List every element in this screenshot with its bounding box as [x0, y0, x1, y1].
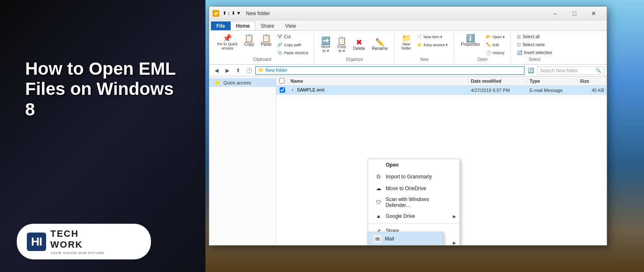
open-buttons: ℹ️ Properties 📂 Open ▾ ✏️ Edit 🕐 History	[458, 33, 507, 56]
cm-separator-1	[368, 223, 460, 224]
minimize-button[interactable]: –	[545, 7, 565, 20]
col-name-header[interactable]: Name	[288, 78, 468, 84]
sm-item-mail[interactable]: ✉ Mail	[368, 232, 443, 245]
col-type-header[interactable]: Type	[527, 78, 577, 84]
copy-button[interactable]: 📋 Copy	[242, 33, 257, 48]
forward-button[interactable]: ▶	[223, 66, 232, 75]
file-checkbox[interactable]	[280, 87, 285, 93]
new-label: New	[420, 57, 428, 62]
cm-label-onedrive: Move to OneDrive	[386, 186, 426, 191]
copyto-icon: 📋	[337, 37, 346, 44]
logo-work: WORK	[50, 239, 104, 250]
back-button[interactable]: ◀	[212, 66, 221, 75]
cm-item-open[interactable]: Open	[368, 159, 460, 171]
maximize-button[interactable]: □	[565, 7, 584, 20]
search-box[interactable]: Search New folder 🔍	[537, 66, 604, 75]
pin-quickaccess-button[interactable]: 📌 Pin to Quickaccess	[214, 33, 241, 52]
main-content: Name Date modified Type Size 📧 SAMPLE.em…	[276, 76, 607, 245]
ribbon: File Home Share View 📌 Pin to Quickacces…	[209, 20, 607, 65]
cm-item-grammarly[interactable]: G Import to Grammarly	[368, 171, 460, 183]
title-bar-controls[interactable]: – □ ✕	[545, 7, 603, 20]
file-row-checkbox-area	[276, 87, 288, 93]
col-date-header[interactable]: Date modified	[468, 78, 527, 84]
move-to-button[interactable]: ➡️ Moveto ▾	[318, 36, 333, 54]
col-size-header[interactable]: Size	[577, 78, 607, 84]
group-new: 📁 Newfolder 📄 New item ▾ ⭐ Easy access ▾…	[395, 32, 454, 63]
easy-access-button[interactable]: ⭐ Easy access ▾	[415, 41, 450, 48]
file-row-type: E-mail Message	[527, 88, 577, 93]
organize-label: Organize	[346, 57, 363, 62]
group-open: ℹ️ Properties 📂 Open ▾ ✏️ Edit 🕐 History…	[454, 32, 511, 63]
select-buttons: ☑ Select all ☐ Select none 🔄 Invert sele…	[515, 33, 554, 56]
defender-icon: 🛡	[375, 199, 382, 206]
file-row-date: 4/27/2019 6:57 PM	[468, 88, 527, 93]
tab-home[interactable]: Home	[231, 21, 255, 30]
invert-selection-button[interactable]: 🔄 Invert selection	[515, 49, 554, 56]
title-quick-icons: ⬆ ↓ ⬇ ▼	[223, 10, 241, 16]
new-buttons: 📁 Newfolder 📄 New item ▾ ⭐ Easy access ▾	[399, 33, 450, 56]
file-area: ⭐ Quick access Name Date modified Type S…	[209, 76, 607, 245]
col-check	[276, 78, 288, 84]
cm-label-defender: Scan with Windows Defender...	[385, 196, 453, 208]
onedrive-icon: ☁	[375, 185, 382, 192]
grammarly-icon: G	[375, 173, 382, 180]
new-folder-button[interactable]: 📁 Newfolder	[399, 33, 414, 52]
search-icon: 🔍	[595, 68, 601, 73]
edit-button[interactable]: ✏️ Edit	[484, 41, 507, 48]
cm-label-grammarly: Import to Grammarly	[386, 174, 432, 180]
arrow-icon: ▶	[453, 214, 456, 219]
select-none-button[interactable]: ☐ Select none	[515, 41, 547, 48]
open-cm-icon	[375, 161, 382, 169]
copy-path-button[interactable]: 🔗 Copy path	[275, 41, 310, 48]
ribbon-tabs: File Home Share View	[209, 20, 607, 30]
tab-file[interactable]: File	[211, 21, 231, 30]
cut-button[interactable]: ✂️ Cut	[275, 33, 310, 40]
open-label: Open	[478, 57, 488, 62]
cm-item-defender[interactable]: 🛡 Scan with Windows Defender...	[368, 194, 460, 210]
new-item-button[interactable]: 📄 New item ▾	[415, 33, 450, 40]
open-button[interactable]: 📂 Open ▾	[484, 33, 507, 40]
sm-label-mail: Mail	[385, 236, 394, 242]
refresh-button[interactable]: 🔄	[526, 66, 535, 75]
logo-tech: TECH	[50, 228, 104, 239]
up-button[interactable]: ⬆	[234, 66, 243, 75]
pin-icon: 📌	[223, 34, 232, 42]
file-row-name: 📧 SAMPLE.eml	[288, 87, 468, 93]
ribbon-content: 📌 Pin to Quickaccess 📋 Copy 📋 Paste ✂️ C…	[209, 30, 607, 64]
copy-icon: 📋	[244, 34, 254, 42]
submenu-openwith: ✉ Mail O Outlook 🏪 Search the Store Choo…	[368, 232, 443, 245]
select-all-button[interactable]: ☑ Select all	[515, 33, 542, 40]
sidebar-item-quickaccess[interactable]: ⭐ Quick access	[209, 78, 276, 87]
tab-share[interactable]: Share	[255, 21, 280, 30]
group-organize: ➡️ Moveto ▾ 📋 Copyto ▾ ✖ Delete ✏️ Renam…	[315, 32, 395, 63]
delete-button[interactable]: ✖ Delete	[350, 37, 368, 52]
recent-button[interactable]: 🕐	[244, 66, 254, 75]
clipboard-label: Clipboard	[253, 57, 271, 62]
cm-label-googledrive: Google Drive	[386, 213, 415, 219]
close-button[interactable]: ✕	[584, 7, 603, 20]
group-select: ☑ Select all ☐ Select none 🔄 Invert sele…	[512, 32, 557, 63]
cm-item-googledrive[interactable]: ▲ Google Drive ▶	[368, 210, 460, 222]
paste-icon: 📋	[262, 34, 271, 42]
rename-button[interactable]: ✏️ Rename	[369, 37, 391, 52]
cm-item-onedrive[interactable]: ☁ Move to OneDrive	[368, 183, 460, 194]
delete-icon: ✖	[356, 39, 362, 46]
copy-to-button[interactable]: 📋 Copyto ▾	[334, 36, 349, 54]
history-button[interactable]: 🕐 History	[484, 49, 507, 56]
paste-button[interactable]: 📋 Paste	[258, 33, 275, 48]
address-path[interactable]: 📁 New folder	[255, 66, 525, 75]
paste-shortcut-button[interactable]: 📎 Paste shortcut	[275, 49, 310, 56]
file-list-header: Name Date modified Type Size	[276, 76, 607, 86]
address-bar: ◀ ▶ ⬆ 🕐 📁 New folder 🔄 Search New folder…	[209, 65, 607, 76]
select-all-checkbox[interactable]	[279, 78, 285, 84]
file-name: SAMPLE.eml	[297, 87, 324, 92]
clipboard-buttons: 📌 Pin to Quickaccess 📋 Copy 📋 Paste ✂️ C…	[214, 33, 310, 56]
properties-icon: ℹ️	[466, 34, 475, 42]
file-row-size: 45 KB	[577, 88, 607, 93]
table-row[interactable]: 📧 SAMPLE.eml 4/27/2019 6:57 PM E-mail Me…	[276, 86, 607, 95]
logo-area: HI TECH WORK YOUR VISION OUR FUTURE	[17, 224, 151, 259]
tab-view[interactable]: View	[280, 21, 301, 30]
organize-buttons: ➡️ Moveto ▾ 📋 Copyto ▾ ✖ Delete ✏️ Renam…	[318, 33, 391, 56]
properties-button[interactable]: ℹ️ Properties	[458, 33, 483, 48]
move-icon: ➡️	[321, 37, 330, 44]
